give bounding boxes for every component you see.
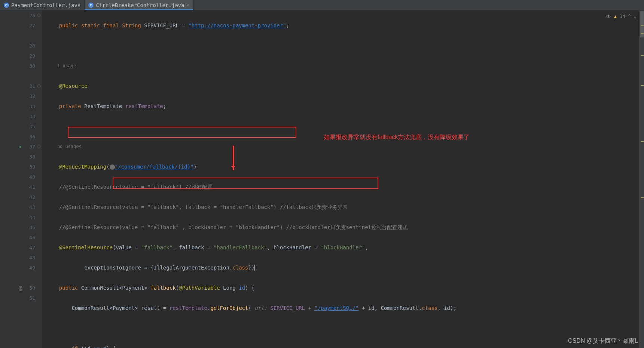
tab-label: CircleBreakerController.java bbox=[96, 2, 184, 8]
globe-icon bbox=[110, 164, 115, 170]
tab-label: PaymentController.java bbox=[11, 2, 80, 8]
annotation-arrow bbox=[233, 146, 234, 170]
watermark: CSDN @艾卡西亚丶暴雨L bbox=[568, 337, 638, 345]
gutter-override-icon[interactable]: @ bbox=[19, 283, 22, 293]
usage-hint[interactable]: 1 usage bbox=[46, 61, 644, 71]
code-editor[interactable]: public static final String SERVICE_URL =… bbox=[42, 10, 644, 348]
java-class-icon: C bbox=[4, 3, 9, 8]
vertical-scrollbar[interactable] bbox=[639, 10, 644, 348]
annotation-text: 如果报改异常就没有fallback方法兜底，没有降级效果了 bbox=[324, 132, 470, 142]
gutter-run-icon[interactable]: ⬗ bbox=[19, 142, 21, 152]
java-class-icon: C bbox=[88, 3, 94, 8]
usage-hint[interactable]: no usages bbox=[46, 142, 644, 152]
close-icon[interactable]: × bbox=[186, 3, 189, 8]
tab-payment-controller[interactable]: C PaymentController.java bbox=[0, 0, 85, 10]
editor-tabs-bar: C PaymentController.java C CircleBreaker… bbox=[0, 0, 644, 10]
line-number-gutter[interactable]: 2627 282930 313233343536 ⬗37 38394041424… bbox=[0, 10, 42, 348]
tab-circlebreaker-controller[interactable]: C CircleBreakerController.java × bbox=[85, 0, 193, 10]
